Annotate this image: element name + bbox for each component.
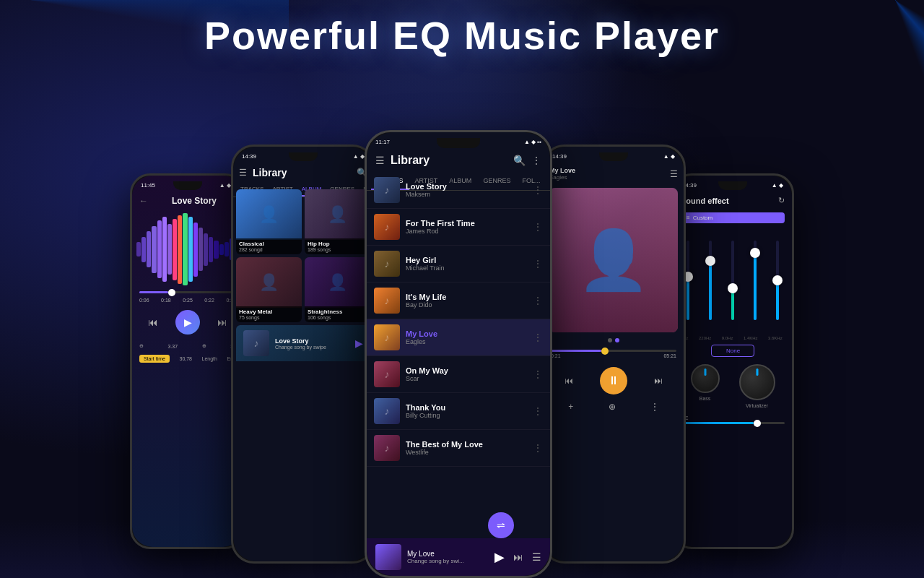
p4-time-right: 05:21 — [663, 353, 676, 358]
phone1-progress[interactable] — [132, 288, 243, 296]
eq-thumb-4[interactable] — [750, 248, 760, 258]
track-name-thankyou: Thank You — [406, 403, 527, 412]
phone4-playlist-icon[interactable]: ☰ — [670, 169, 678, 179]
phone-2: 14:39 ▲ ◆ ☰ Library 🔍 TRACKS ARTIST ALBU… — [231, 144, 375, 564]
track-more-forthe[interactable]: ⋮ — [533, 221, 543, 233]
track-item-mylife[interactable]: ♪ It's My Life Bay Dido ⋮ — [367, 282, 550, 319]
eq-slider-track-3[interactable] — [731, 241, 734, 320]
track-artist-onmyway: Scar — [406, 375, 527, 382]
phone4-next-button[interactable]: ⏭ — [654, 376, 663, 386]
phone1-plus-icon[interactable]: ⊕ — [202, 343, 206, 349]
phone1-time-markers: 0:06 0:18 0:25 0:22 0:25 — [132, 296, 243, 304]
phone4-prev-button[interactable]: ⏮ — [565, 376, 573, 386]
album-overlay-heavy: Heavy Metal 75 songs — [236, 306, 302, 322]
phone1-back-icon[interactable]: ← — [139, 196, 148, 206]
phone4-progress[interactable]: 0:21 05:21 — [544, 345, 684, 363]
phone3-search-icon[interactable]: 🔍 — [513, 155, 526, 166]
track-item-forthe[interactable]: ♪ For The First Time James Rod ⋮ — [367, 209, 550, 246]
eq-slider-track-5[interactable] — [776, 241, 779, 320]
eq-thumb-3[interactable] — [728, 283, 738, 293]
album-card-heavy[interactable]: 👤 Heavy Metal 75 songs — [236, 257, 302, 322]
waveform-bar — [225, 242, 229, 256]
phone2-play-button[interactable]: ▶ — [355, 337, 363, 349]
album-card-hiphop[interactable]: 👤 Hip Hop 189 songs — [305, 189, 370, 254]
track-item-mylove[interactable]: ♪ My Love Eagles ⋮ — [367, 319, 550, 356]
bass-knob[interactable] — [691, 364, 720, 393]
track-thumb-onmyway: ♪ — [374, 361, 400, 387]
eq-fill-2 — [709, 261, 712, 321]
phone1-start-button[interactable]: Start time — [139, 355, 170, 363]
eq-slider-track-2[interactable] — [709, 241, 712, 320]
phone3-next-button[interactable]: ⏭ — [513, 551, 523, 563]
waveform-bar — [183, 213, 187, 285]
freq-2: 220Hz — [699, 336, 711, 340]
eq-fill-5 — [776, 280, 779, 320]
time-mark-1: 0:06 — [139, 298, 149, 303]
phone1-length-label: 30,78 — [179, 356, 192, 361]
phone-5: 14:39 ▲ ◆ Sound effect ↻ ≡ Custom — [671, 173, 794, 549]
eq-band-5 — [768, 232, 788, 329]
phone4-controls: ⏮ ⏸ ⏭ — [544, 363, 684, 399]
p4-track[interactable] — [551, 350, 676, 352]
phone3-play-button[interactable]: ▶ — [494, 549, 505, 565]
bottom-track[interactable] — [681, 422, 785, 424]
eq-slider-track-4[interactable] — [754, 241, 757, 320]
progress-track[interactable] — [139, 291, 236, 293]
phone5-header: Sound effect ↻ — [674, 191, 792, 210]
bottom-fill — [681, 422, 754, 424]
phone1-minus-icon[interactable]: ⊖ — [139, 343, 144, 349]
none-badge[interactable]: None — [711, 345, 754, 357]
track-name-forthe: For The First Time — [406, 219, 527, 228]
eq-thumb-2[interactable] — [705, 256, 715, 266]
track-item-heygirl[interactable]: ♪ Hey Girl Michael Train ⋮ — [367, 246, 550, 282]
album-name-straight: Straightness — [308, 309, 367, 315]
waveform-bar — [204, 233, 208, 266]
phone4-add-icon[interactable]: + — [568, 402, 573, 412]
eq-fill-4 — [754, 253, 757, 321]
track-name-mylife: It's My Life — [406, 293, 527, 301]
phone4-more-icon[interactable]: ⋮ — [650, 402, 659, 412]
album-card-classical[interactable]: 👤 Classical 282 songd — [236, 189, 302, 254]
track-name-lovestory: Love Story — [406, 182, 527, 191]
track-more-onmyway[interactable]: ⋮ — [533, 368, 543, 380]
phone4-zoom-icon[interactable]: ⊕ — [609, 402, 616, 412]
track-item-thankyou[interactable]: ♪ Thank You Billy Cutting ⋮ — [367, 393, 550, 430]
phone5-screen: 14:39 ▲ ◆ Sound effect ↻ ≡ Custom — [674, 176, 792, 547]
phone5-refresh-icon[interactable]: ↻ — [778, 196, 785, 205]
track-item-lovestory[interactable]: ♪ Love Story Maksem ⋮ — [367, 172, 550, 209]
track-more-bestlove[interactable]: ⋮ — [533, 442, 543, 454]
phone1-next-button[interactable]: ⏭ — [217, 316, 227, 328]
phone2-content: 👤 Classical 282 songd 👤 Hip Hop — [233, 186, 373, 525]
virtualizer-knob[interactable] — [739, 364, 775, 400]
phone1-play-button[interactable]: ▶ — [175, 310, 200, 335]
main-title: Powerful EQ Music Player — [0, 13, 924, 58]
phone4-play-button[interactable]: ⏸ — [600, 367, 627, 394]
bestlove-icon: ♪ — [385, 442, 390, 454]
phone3-list-button[interactable]: ☰ — [532, 551, 541, 563]
phone3-menu-icon[interactable]: ☰ — [375, 155, 385, 166]
track-item-bestlove[interactable]: ♪ The Best of My Love Westlife ⋮ — [367, 430, 550, 467]
phone1-prev-button[interactable]: ⏮ — [148, 316, 158, 328]
eq-fill-1 — [687, 277, 689, 321]
waveform-bar — [162, 217, 167, 282]
eq-thumb-5[interactable] — [772, 275, 783, 285]
phone3-more-icon[interactable]: ⋮ — [531, 155, 541, 166]
phone2-menu-icon[interactable]: ☰ — [239, 168, 247, 178]
track-item-onmyway[interactable]: ♪ On My Way Scar ⋮ — [367, 356, 550, 393]
phone5-custom-badge[interactable]: ≡ Custom — [681, 212, 785, 223]
bottom-thumb[interactable] — [754, 420, 761, 427]
track-artist-thankyou: Billy Cutting — [406, 412, 527, 419]
album-card-lovestory[interactable]: ♪ Love Story Change song by swipe ▶ — [236, 325, 370, 390]
forthe-icon: ♪ — [385, 221, 390, 233]
track-more-heygirl[interactable]: ⋮ — [533, 258, 543, 269]
track-more-thankyou[interactable]: ⋮ — [533, 405, 543, 417]
track-more-mylife[interactable]: ⋮ — [533, 295, 543, 306]
shuffle-button[interactable]: ⇌ — [488, 512, 514, 538]
album-card-straight[interactable]: 👤 Straightness 106 songs — [305, 257, 370, 322]
hiphop-silhouette: 👤 — [305, 189, 370, 240]
track-artist-heygirl: Michael Train — [406, 264, 527, 272]
eq-slider-track-1[interactable] — [687, 241, 689, 320]
track-info-bestlove: The Best of My Love Westlife — [406, 440, 527, 456]
track-more-lovestory[interactable]: ⋮ — [533, 184, 543, 196]
track-more-mylove[interactable]: ⋮ — [533, 332, 543, 343]
